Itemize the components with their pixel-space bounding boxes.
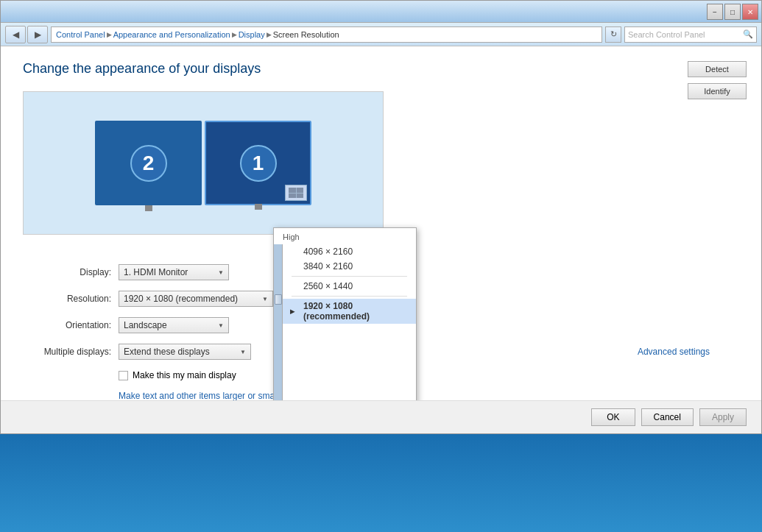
res-sep-1 bbox=[292, 276, 407, 277]
monitors-display: 2 1 bbox=[23, 91, 384, 235]
make-main-checkbox[interactable] bbox=[119, 371, 128, 380]
back-forward-nav: ◀ ▶ bbox=[5, 26, 48, 43]
monitor-2-number: 2 bbox=[130, 145, 167, 182]
maximize-button[interactable]: □ bbox=[724, 4, 741, 20]
res-item-4k[interactable]: 4096 × 2160 bbox=[283, 244, 416, 259]
res-item-2560[interactable]: 2560 × 1440 bbox=[283, 279, 416, 294]
monitor-1[interactable]: 1 bbox=[205, 121, 311, 205]
res-items-column: 4096 × 2160 3840 × 2160 2560 × 1440 1920… bbox=[283, 244, 416, 400]
monitor-1-number: 1 bbox=[240, 145, 277, 182]
display-value: 1. HDMI Monitor bbox=[124, 267, 188, 277]
title-bar: − □ ✕ bbox=[1, 1, 761, 23]
res-slider-bar[interactable] bbox=[274, 244, 283, 400]
res-item-1920[interactable]: 1920 × 1080 (recommended) bbox=[283, 299, 416, 324]
text-size-link-row: Make text and other items larger or smal… bbox=[119, 391, 739, 400]
breadcrumb: Control Panel ▶ Appearance and Personali… bbox=[51, 26, 602, 43]
cancel-button[interactable]: Cancel bbox=[641, 408, 694, 426]
window-controls: − □ ✕ bbox=[707, 4, 758, 20]
content-area: Change the appearance of your displays 2… bbox=[1, 46, 761, 400]
ok-button[interactable]: OK bbox=[591, 408, 635, 426]
make-main-label: Make this my main display bbox=[133, 370, 236, 380]
search-placeholder: Search Control Panel bbox=[628, 30, 705, 39]
breadcrumb-appearance[interactable]: Appearance and Personalization bbox=[113, 30, 230, 39]
display-dropdown[interactable]: 1. HDMI Monitor ▼ bbox=[119, 264, 229, 280]
monitor-1-stand bbox=[255, 204, 262, 210]
make-main-row: Make this my main display bbox=[119, 370, 739, 380]
multiple-displays-value: Extend these displays bbox=[124, 347, 210, 357]
breadcrumb-arrow-3: ▶ bbox=[267, 31, 272, 38]
res-item-3840[interactable]: 3840 × 2160 bbox=[283, 259, 416, 274]
monitor-action-buttons: Detect Identify bbox=[688, 61, 747, 99]
main-window: − □ ✕ ◀ ▶ Control Panel ▶ Appearance and… bbox=[0, 0, 762, 434]
res-sep-2 bbox=[292, 296, 407, 297]
display-label: Display: bbox=[23, 267, 111, 277]
multiple-displays-dropdown[interactable]: Extend these displays ▼ bbox=[119, 344, 251, 360]
close-button[interactable]: ✕ bbox=[742, 4, 758, 20]
advanced-settings-link[interactable]: Advanced settings bbox=[638, 347, 710, 357]
minimize-button[interactable]: − bbox=[707, 4, 723, 20]
display-dropdown-arrow: ▼ bbox=[218, 269, 224, 276]
breadcrumb-control-panel[interactable]: Control Panel bbox=[56, 30, 105, 39]
orientation-label: Orientation: bbox=[23, 320, 111, 330]
identify-button[interactable]: Identify bbox=[688, 83, 747, 99]
res-high-label: High bbox=[274, 228, 416, 244]
navigation-bar: ◀ ▶ Control Panel ▶ Appearance and Perso… bbox=[1, 23, 761, 46]
resolution-value: 1920 × 1080 (recommended) bbox=[124, 294, 238, 304]
orientation-value: Landscape bbox=[124, 320, 167, 330]
page-title: Change the appearance of your displays bbox=[23, 61, 739, 77]
orientation-dropdown[interactable]: Landscape ▼ bbox=[119, 317, 229, 333]
breadcrumb-arrow-2: ▶ bbox=[232, 31, 237, 38]
multiple-displays-arrow: ▼ bbox=[240, 349, 246, 355]
breadcrumb-current: Screen Resolution bbox=[273, 30, 339, 39]
resolution-label: Resolution: bbox=[23, 294, 111, 304]
breadcrumb-arrow-1: ▶ bbox=[107, 31, 112, 38]
back-button[interactable]: ◀ bbox=[5, 26, 26, 43]
refresh-button[interactable]: ↻ bbox=[605, 26, 621, 43]
forward-button[interactable]: ▶ bbox=[27, 26, 48, 43]
monitor-1-thumb bbox=[285, 185, 307, 201]
search-bar[interactable]: Search Control Panel 🔍 bbox=[624, 26, 757, 43]
breadcrumb-display[interactable]: Display bbox=[239, 30, 265, 39]
resolution-popup: High 4096 × 2160 3840 × 2160 2560 × 1440… bbox=[273, 227, 417, 400]
orientation-dropdown-arrow: ▼ bbox=[218, 322, 224, 329]
apply-button[interactable]: Apply bbox=[699, 408, 747, 426]
multiple-displays-label: Multiple displays: bbox=[23, 347, 111, 357]
res-spacer bbox=[283, 324, 416, 400]
resolution-dropdown[interactable]: 1920 × 1080 (recommended) ▼ bbox=[119, 291, 273, 307]
monitor-2[interactable]: 2 bbox=[95, 121, 202, 205]
monitors-inner: 2 1 bbox=[95, 121, 311, 205]
search-icon: 🔍 bbox=[743, 29, 753, 39]
bottom-bar: OK Cancel Apply bbox=[1, 400, 761, 433]
text-size-link[interactable]: Make text and other items larger or smal… bbox=[119, 391, 286, 400]
monitor-2-stand bbox=[145, 205, 152, 211]
res-slider-area: 4096 × 2160 3840 × 2160 2560 × 1440 1920… bbox=[274, 244, 416, 400]
res-slider-thumb[interactable] bbox=[275, 294, 282, 305]
detect-button[interactable]: Detect bbox=[688, 61, 747, 77]
resolution-dropdown-arrow: ▼ bbox=[262, 296, 268, 302]
